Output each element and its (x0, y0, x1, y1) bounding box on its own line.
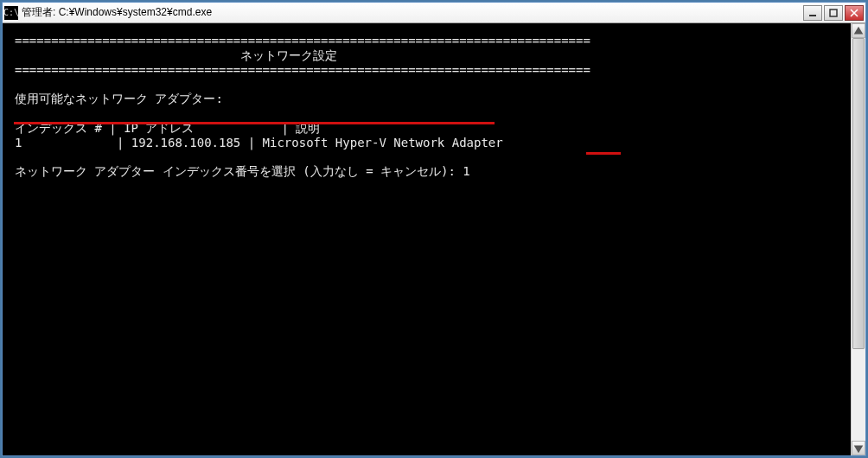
vertical-scrollbar[interactable] (851, 23, 865, 455)
window-title: 管理者: C:¥Windows¥system32¥cmd.exe (22, 5, 803, 20)
adapters-label: 使用可能なネットワーク アダプター: (15, 92, 223, 105)
scroll-up-button[interactable] (852, 23, 865, 38)
divider-top: ========================================… (15, 34, 590, 48)
close-button[interactable] (845, 5, 864, 21)
highlight-underline-input (586, 152, 621, 155)
table-row: 1 | 192.168.100.185 | Microsoft Hyper-V … (15, 136, 503, 149)
svg-rect-0 (809, 15, 816, 16)
prompt-line: ネットワーク アダプター インデックス番号を選択 (入力なし = キャンセル):… (15, 164, 470, 178)
cmd-icon: C:\ (4, 6, 18, 20)
divider-bottom: ========================================… (15, 63, 590, 77)
console-output[interactable]: ========================================… (3, 23, 851, 455)
scroll-down-button[interactable] (852, 441, 865, 455)
console-area: ========================================… (3, 23, 865, 455)
title-bar[interactable]: C:\ 管理者: C:¥Windows¥system32¥cmd.exe (3, 3, 865, 23)
highlight-underline-adapter (14, 122, 495, 124)
cmd-window: C:\ 管理者: C:¥Windows¥system32¥cmd.exe ===… (2, 2, 866, 456)
minimize-button[interactable] (803, 5, 822, 21)
heading-text: ネットワーク設定 (240, 48, 337, 62)
heading-prefix (15, 48, 240, 62)
window-controls (803, 5, 864, 21)
scroll-thumb[interactable] (852, 38, 865, 349)
svg-rect-1 (830, 10, 837, 16)
maximize-button[interactable] (824, 5, 843, 21)
scroll-track[interactable] (852, 38, 865, 441)
